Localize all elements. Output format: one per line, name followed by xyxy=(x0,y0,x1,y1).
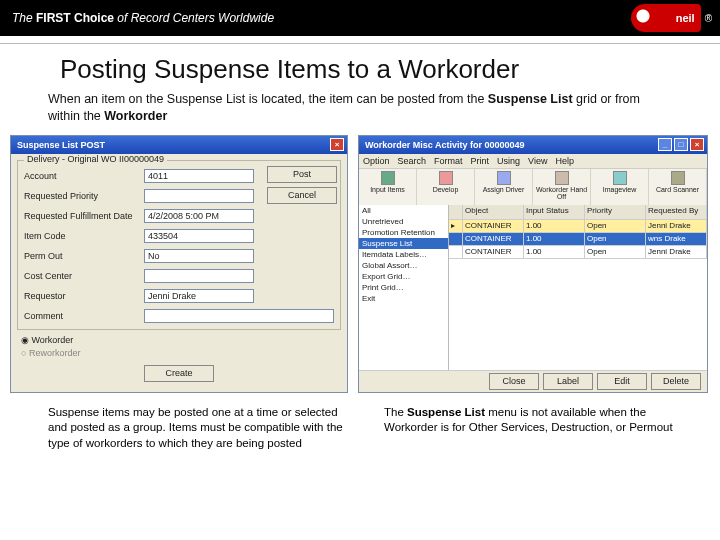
costcenter-label: Cost Center xyxy=(24,271,144,281)
toolbar-button[interactable]: Assign Driver xyxy=(475,169,533,205)
itemcode-field[interactable]: 433504 xyxy=(144,229,254,243)
menu-item[interactable]: View xyxy=(528,156,547,166)
list-item[interactable]: Promotion Retention xyxy=(359,227,448,238)
grid-header: Object Input Status Priority Requested B… xyxy=(449,205,707,220)
edit-button[interactable]: Edit xyxy=(597,373,647,390)
list-item-selected[interactable]: Suspense List xyxy=(359,238,448,249)
toolbar-label: Assign Driver xyxy=(483,186,525,193)
tagline-pre: The xyxy=(12,11,36,25)
grid-cell: Jenni Drake xyxy=(646,220,707,233)
grid-head-cell: Input Status xyxy=(524,205,585,220)
close-icon[interactable]: × xyxy=(690,138,704,151)
toolbar-label: Develop xyxy=(433,186,459,193)
toolbar-button[interactable]: Input Items xyxy=(359,169,417,205)
list-item[interactable]: Export Grid… xyxy=(359,271,448,282)
tool-icon xyxy=(555,171,569,185)
permout-field[interactable]: No xyxy=(144,249,254,263)
requestor-label: Requestor xyxy=(24,291,144,301)
priority-field[interactable] xyxy=(144,189,254,203)
create-button[interactable]: Create xyxy=(144,365,214,382)
workorder-radio[interactable]: ◉ Workorder xyxy=(21,334,337,348)
close-icon[interactable]: × xyxy=(330,138,344,151)
list-item[interactable]: All xyxy=(359,205,448,216)
maximize-icon[interactable]: □ xyxy=(674,138,688,151)
account-field[interactable]: 4011 xyxy=(144,169,254,183)
list-item[interactable]: Exit xyxy=(359,293,448,304)
menu-item[interactable]: Search xyxy=(398,156,427,166)
permout-label: Perm Out xyxy=(24,251,144,261)
groupbox-legend: Delivery - Original WO II00000049 xyxy=(24,154,167,164)
toolbar-button[interactable]: Card Scanner xyxy=(649,169,707,205)
grid-cell: CONTAINER xyxy=(463,246,524,259)
radio-group: ◉ Workorder ○ Reworkorder xyxy=(21,334,337,361)
reworkorder-radio[interactable]: ○ Reworkorder xyxy=(21,347,337,361)
comment-label: Comment xyxy=(24,311,144,321)
grid-cell: 1.00 xyxy=(524,220,585,233)
row-marker xyxy=(449,233,463,246)
date-field[interactable]: 4/2/2008 5:00 PM xyxy=(144,209,254,223)
row-marker: ▸ xyxy=(449,220,463,233)
tool-icon xyxy=(439,171,453,185)
menu-item[interactable]: Help xyxy=(555,156,574,166)
delete-button[interactable]: Delete xyxy=(651,373,701,390)
toolbar-label: Card Scanner xyxy=(656,186,699,193)
toolbar-label: Workorder Hand Off xyxy=(533,186,590,200)
close-button[interactable]: Close xyxy=(489,373,539,390)
grid-cell: Open xyxy=(585,246,646,259)
page-title: Posting Suspense Items to a Workorder xyxy=(60,54,720,85)
tool-icon xyxy=(497,171,511,185)
list-item[interactable]: Global Assort… xyxy=(359,260,448,271)
grid-head-cell: Object xyxy=(463,205,524,220)
dialog-footer: Close Label Edit Delete xyxy=(359,370,707,392)
date-label: Requested Fulfillment Date xyxy=(24,211,144,221)
grid-cell: Open xyxy=(585,220,646,233)
titlebar-text: Suspense List POST xyxy=(17,140,105,150)
side-list: All Unretrieved Promotion Retention Susp… xyxy=(359,205,449,370)
grid-head-cell: Requested By xyxy=(646,205,707,220)
table-row[interactable]: CONTAINER 1.00 Open Jenni Drake xyxy=(449,246,707,259)
grid-cell: 1.00 xyxy=(524,233,585,246)
reworkorder-radio-label: Reworkorder xyxy=(29,348,81,358)
account-label: Account xyxy=(24,171,144,181)
toolbar: Input Items Develop Assign Driver Workor… xyxy=(359,169,707,205)
screenshot-row: Suspense List POST × Delivery - Original… xyxy=(0,135,720,393)
titlebar: Workorder Misc Activity for 00000049 _ □… xyxy=(359,136,707,154)
intro-b2: Workorder xyxy=(104,109,167,123)
table-row[interactable]: ▸ CONTAINER 1.00 Open Jenni Drake xyxy=(449,220,707,233)
bottom-right-text: The Suspense List menu is not available … xyxy=(384,405,690,452)
intro-text: When an item on the Suspense List is loc… xyxy=(48,91,660,125)
table-row[interactable]: CONTAINER 1.00 Open wns Drake xyxy=(449,233,707,246)
toolbar-label: Input Items xyxy=(370,186,405,193)
menu-item[interactable]: Using xyxy=(497,156,520,166)
menu-item[interactable]: Option xyxy=(363,156,390,166)
minimize-icon[interactable]: _ xyxy=(658,138,672,151)
costcenter-field[interactable] xyxy=(144,269,254,283)
right-body: All Unretrieved Promotion Retention Susp… xyxy=(359,205,707,370)
tool-icon xyxy=(671,171,685,185)
requestor-field[interactable]: Jenni Drake xyxy=(144,289,254,303)
list-item[interactable]: Print Grid… xyxy=(359,282,448,293)
label-button[interactable]: Label xyxy=(543,373,593,390)
menu-item[interactable]: Print xyxy=(471,156,490,166)
tool-icon xyxy=(381,171,395,185)
list-item[interactable]: Itemdata Labels… xyxy=(359,249,448,260)
toolbar-button[interactable]: Develop xyxy=(417,169,475,205)
cancel-button[interactable]: Cancel xyxy=(267,187,337,204)
row-marker xyxy=(449,246,463,259)
grid-cell: 1.00 xyxy=(524,246,585,259)
tagline: The FIRST Choice of Record Centers World… xyxy=(12,11,274,25)
bottom-text-row: Suspense items may be posted one at a ti… xyxy=(0,393,720,452)
grid-cell: Open xyxy=(585,233,646,246)
toolbar-button[interactable]: Imageview xyxy=(591,169,649,205)
grid-cell: Jenni Drake xyxy=(646,246,707,259)
toolbar-button[interactable]: Workorder Hand Off xyxy=(533,169,591,205)
menu-item[interactable]: Format xyxy=(434,156,463,166)
workorder-activity-dialog: Workorder Misc Activity for 00000049 _ □… xyxy=(358,135,708,393)
comment-field[interactable] xyxy=(144,309,334,323)
post-button[interactable]: Post xyxy=(267,166,337,183)
grid-head-cell xyxy=(449,205,463,220)
menubar: Option Search Format Print Using View He… xyxy=(359,154,707,169)
list-item[interactable]: Unretrieved xyxy=(359,216,448,227)
grid-head-cell: Priority xyxy=(585,205,646,220)
br-pre: The xyxy=(384,406,407,418)
